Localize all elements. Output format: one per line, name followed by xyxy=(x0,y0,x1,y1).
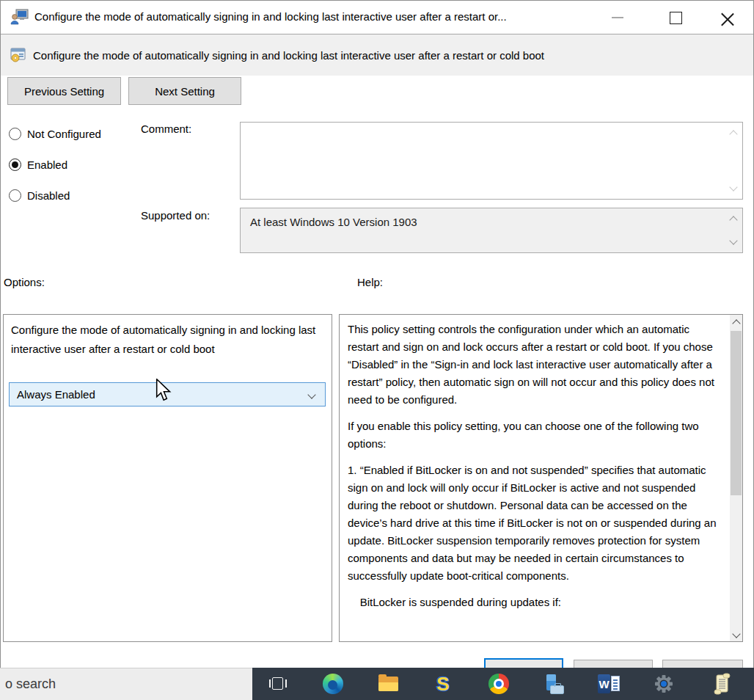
title-bar: Configure the mode of automatically sign… xyxy=(1,1,753,34)
file-explorer-icon xyxy=(378,677,398,691)
radio-enabled[interactable]: Enabled xyxy=(9,158,67,171)
window-title: Configure the mode of automatically sign… xyxy=(34,10,507,23)
scroll-down-icon xyxy=(729,236,737,244)
comment-label: Comment: xyxy=(141,123,191,135)
policy-user-monitor-icon xyxy=(10,8,29,27)
settings-gear-icon xyxy=(654,674,674,694)
options-section-label: Options: xyxy=(4,276,45,288)
group-policy-setting-dialog: Configure the mode of automatically sign… xyxy=(0,0,754,700)
options-panel: Configure the mode of automatically sign… xyxy=(3,314,332,642)
help-text: This policy setting controls the configu… xyxy=(348,321,719,620)
radio-label: Disabled xyxy=(27,189,70,202)
group-policy-editor-button[interactable] xyxy=(708,668,737,700)
edge-icon xyxy=(323,674,343,694)
next-setting-button[interactable]: Next Setting xyxy=(128,77,241,105)
help-paragraph: This policy setting controls the configu… xyxy=(348,321,719,409)
briefcase-app-button[interactable] xyxy=(539,668,568,700)
radio-not-configured[interactable]: Not Configured xyxy=(9,128,101,140)
previous-setting-button[interactable]: Previous Setting xyxy=(7,77,121,105)
close-icon xyxy=(721,12,733,24)
radio-circle xyxy=(9,128,21,140)
word-button[interactable]: W xyxy=(594,668,623,700)
scroll-up-button[interactable] xyxy=(730,315,742,328)
option-description: Configure the mode of automatically sign… xyxy=(11,321,322,359)
taskbar-search[interactable]: o search xyxy=(0,668,252,700)
close-button[interactable] xyxy=(711,1,743,34)
mouse-cursor xyxy=(155,379,172,401)
chevron-down-icon xyxy=(732,630,740,638)
taskbar-dark-area: S W xyxy=(252,668,754,700)
chrome-icon xyxy=(488,674,509,694)
edge-button[interactable] xyxy=(318,668,348,700)
supported-on-label: Supported on: xyxy=(141,209,210,222)
group-policy-scroll-icon xyxy=(714,673,731,695)
help-panel: This policy setting controls the configu… xyxy=(339,314,743,642)
scroll-up-icon xyxy=(729,130,737,138)
policy-setting-icon xyxy=(10,47,26,63)
word-icon: W xyxy=(598,674,620,693)
radio-circle xyxy=(9,189,21,202)
chevron-up-icon xyxy=(732,319,740,327)
maximize-icon xyxy=(670,12,682,24)
radio-circle-selected xyxy=(9,158,21,171)
chrome-button[interactable] xyxy=(484,668,513,700)
settings-button[interactable] xyxy=(649,668,678,700)
task-view-button[interactable] xyxy=(263,668,293,700)
briefcase-app-icon xyxy=(543,674,564,694)
setting-title: Configure the mode of automatically sign… xyxy=(33,49,544,62)
chevron-down-icon xyxy=(307,390,315,398)
scroll-down-button[interactable] xyxy=(730,628,742,641)
help-section-label: Help: xyxy=(357,276,383,288)
supported-on-value: At least Windows 10 Version 1903 xyxy=(250,216,417,228)
s-app-icon: S xyxy=(433,674,453,694)
svg-text:S: S xyxy=(436,674,449,694)
setting-header-band: Configure the mode of automatically sign… xyxy=(1,34,753,76)
scroll-up-icon xyxy=(729,216,737,224)
scroll-down-icon xyxy=(729,183,737,191)
minimize-icon xyxy=(612,17,623,18)
radio-label: Not Configured xyxy=(27,128,101,140)
search-text: o search xyxy=(5,677,56,692)
help-scrollbar[interactable] xyxy=(730,315,742,641)
s-app-button[interactable]: S xyxy=(428,668,458,700)
supported-on-box: At least Windows 10 Version 1903 xyxy=(240,208,743,253)
task-view-icon xyxy=(269,677,287,691)
comment-textarea[interactable] xyxy=(240,122,743,200)
help-paragraph: 1. “Enabled if BitLocker is on and not s… xyxy=(348,462,719,585)
radio-disabled[interactable]: Disabled xyxy=(9,189,70,202)
taskbar: o search S xyxy=(0,668,754,700)
dropdown-selected-value: Always Enabled xyxy=(17,388,95,401)
radio-label: Enabled xyxy=(27,158,67,171)
help-paragraph: BitLocker is suspended during updates if… xyxy=(348,594,719,611)
help-paragraph: If you enable this policy setting, you c… xyxy=(348,418,719,453)
scrollbar-thumb[interactable] xyxy=(731,331,742,495)
file-explorer-button[interactable] xyxy=(373,668,403,700)
maximize-button[interactable] xyxy=(659,1,692,34)
minimize-button[interactable] xyxy=(604,1,637,34)
